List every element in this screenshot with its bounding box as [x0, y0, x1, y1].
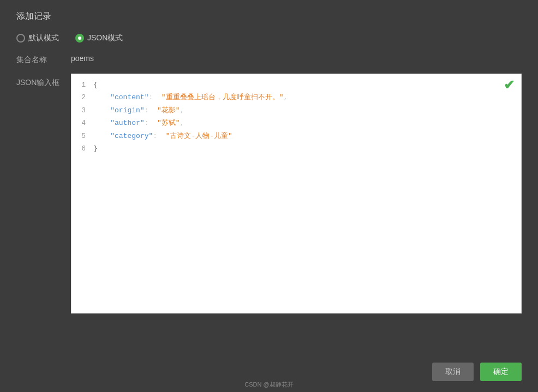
line-num-1: 1 — [71, 79, 86, 91]
mode-row: 默认模式 JSON模式 — [16, 33, 522, 43]
code-area: 1 2 3 4 5 6 { "content": "重重叠叠上瑶台，几度呼童扫不… — [71, 74, 521, 159]
json-editor-container: JSON输入框 ✔ 1 2 3 4 5 6 { "content": "重重叠叠… — [16, 74, 522, 381]
mode-json-radio[interactable]: JSON模式 — [75, 33, 123, 43]
code-line-6: } — [93, 142, 521, 155]
mode-default-radio[interactable]: 默认模式 — [16, 33, 59, 43]
code-line-2: "content": "重重叠叠上瑶台，几度呼童扫不开。", — [93, 91, 521, 104]
line-num-2: 2 — [71, 91, 86, 104]
mode-json-label: JSON模式 — [87, 33, 123, 43]
footer-buttons: 取消 确定 — [432, 363, 522, 381]
code-line-4: "author": "苏轼", — [93, 117, 521, 129]
valid-checkmark-icon: ✔ — [504, 79, 515, 92]
watermark: CSDN @叔静花开 — [244, 381, 293, 389]
line-num-6: 6 — [71, 142, 86, 155]
code-content: { "content": "重重叠叠上瑶台，几度呼童扫不开。", "origin… — [91, 79, 521, 155]
line-num-5: 5 — [71, 130, 86, 142]
code-line-5: "category": "古诗文-人物-儿童" — [93, 130, 521, 142]
radio-json-circle — [75, 34, 84, 43]
code-line-3: "origin": "花影", — [93, 104, 521, 117]
code-line-1: { — [93, 79, 521, 91]
confirm-button[interactable]: 确定 — [480, 363, 522, 381]
line-numbers: 1 2 3 4 5 6 — [71, 79, 91, 155]
json-editor-wrapper[interactable]: ✔ 1 2 3 4 5 6 { "content": "重重叠叠上瑶台，几度呼童… — [71, 74, 522, 313]
collection-label: 集合名称 — [16, 54, 71, 65]
radio-default-circle — [16, 34, 25, 43]
add-record-dialog: 添加记录 默认模式 JSON模式 集合名称 poems JSON输入框 ✔ 1 … — [0, 0, 538, 392]
cancel-button[interactable]: 取消 — [432, 363, 474, 381]
collection-row: 集合名称 poems — [16, 54, 522, 65]
dialog-title: 添加记录 — [16, 11, 522, 22]
mode-default-label: 默认模式 — [28, 33, 59, 43]
json-editor-label: JSON输入框 — [16, 74, 71, 88]
line-num-3: 3 — [71, 104, 86, 117]
line-num-4: 4 — [71, 117, 86, 129]
collection-value: poems — [71, 54, 94, 63]
